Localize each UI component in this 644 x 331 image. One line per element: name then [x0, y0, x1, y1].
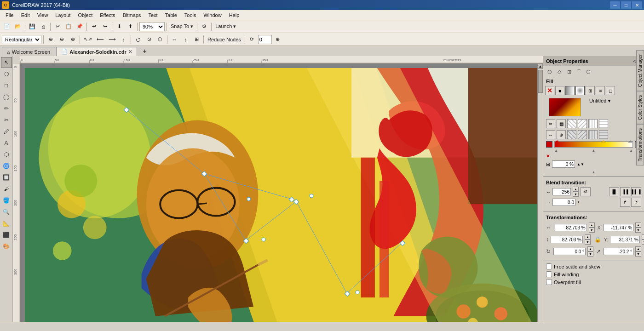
scroll-thumb[interactable] [538, 70, 543, 93]
scale-y-spinner[interactable]: ▲ ▼ [585, 234, 591, 245]
blend-steps-input[interactable] [552, 188, 571, 195]
tool-smart-fill[interactable]: 🔲 [1, 172, 12, 183]
tool-cut[interactable]: ✂ [1, 114, 12, 126]
t2-btn11[interactable]: ↔ [169, 34, 179, 45]
blend-refresh-btn[interactable]: ↺ [581, 187, 591, 196]
grad-icon7[interactable] [578, 130, 587, 139]
import-btn[interactable]: ⬇ [114, 22, 124, 32]
canvas-area[interactable]: 0 50 100 150 200 250 300 350 [13, 56, 543, 331]
scale-x-down[interactable]: ▼ [589, 228, 595, 233]
blend-angle-icon1[interactable]: ↱ [620, 198, 630, 207]
angle-plus[interactable]: + [577, 200, 580, 205]
tool-polygon[interactable]: ⬡ [1, 149, 12, 160]
minimize-button[interactable]: ─ [610, 1, 620, 9]
blend-steps-up[interactable]: ▲ [573, 187, 579, 192]
x-pos-spinner[interactable]: ▲ ▼ [635, 223, 641, 233]
canvas-vscrollbar[interactable]: ▲ ▼ [537, 63, 543, 331]
fill-none-btn[interactable]: ✕ [545, 86, 554, 95]
tool-measure[interactable]: 📐 [1, 218, 12, 229]
angle2-up[interactable]: ▲ [635, 246, 641, 251]
panel-icon-settings2[interactable]: ⬡ [584, 67, 593, 76]
angle1-up[interactable]: ▲ [587, 246, 593, 251]
grad-icon-pattern2[interactable] [578, 119, 587, 128]
fill-texture-btn[interactable]: ≋ [596, 86, 605, 95]
angle1-spinner[interactable]: ▲ ▼ [587, 246, 593, 257]
color-strip-main[interactable] [554, 141, 633, 148]
t2-btn8[interactable]: ⭯ [133, 34, 143, 45]
menu-bitmaps[interactable]: Bitmaps [119, 11, 145, 19]
launch-btn[interactable]: Launch ▾ [213, 22, 238, 32]
fill-pattern-btn[interactable]: ⊞ [586, 86, 595, 95]
open-btn[interactable]: 📂 [13, 22, 23, 32]
color-stop-left[interactable] [546, 141, 552, 148]
tool-color[interactable]: 🎨 [1, 241, 12, 252]
menu-view[interactable]: View [34, 11, 52, 19]
pct-box[interactable]: 0 % [552, 160, 575, 168]
side-tab-object-manager[interactable]: Object Manager [636, 56, 644, 91]
tool-zoom[interactable]: 🔍 [1, 206, 12, 217]
y-pos-spinner[interactable]: ▲ ▼ [642, 234, 644, 245]
panel-icon-lens[interactable]: ⌒ [574, 67, 583, 76]
copy-btn[interactable]: 📋 [63, 22, 74, 32]
tool-rect[interactable]: □ [1, 80, 12, 91]
maximize-button[interactable]: □ [621, 1, 631, 9]
y-up[interactable]: ▲ [642, 234, 644, 240]
save-btn[interactable]: 💾 [27, 22, 37, 32]
scale-x-spinner[interactable]: ▲ ▼ [589, 223, 595, 233]
angle2-down[interactable]: ▼ [635, 251, 641, 257]
tool-ellipse[interactable]: ◯ [1, 91, 12, 103]
blend-steps-spinner[interactable]: ▲ ▼ [573, 187, 579, 197]
scale-x-up[interactable]: ▲ [589, 223, 595, 228]
scale-y-input[interactable] [551, 236, 583, 243]
tool-paint[interactable]: 🖌 [1, 183, 12, 194]
add-tab-button[interactable]: + [140, 46, 150, 56]
redo-btn[interactable]: ↪ [100, 22, 110, 32]
scale-x-input[interactable] [555, 224, 587, 231]
blend-steps-down[interactable]: ▼ [573, 192, 579, 197]
tool-node[interactable]: ⬡ [1, 68, 12, 80]
grad-icon-pattern3[interactable] [588, 119, 598, 128]
angle2-input[interactable] [604, 248, 633, 255]
fill-postscript-btn[interactable]: ◻ [606, 86, 615, 95]
fill-radial-btn[interactable] [575, 86, 585, 95]
panel-icon-stroke[interactable]: ◇ [555, 67, 564, 76]
tab-welcome[interactable]: ⌂ Welcome Screen [2, 47, 55, 56]
t2-btn12[interactable]: ↕ [180, 34, 190, 45]
tool-bucket[interactable]: 🪣 [1, 195, 12, 206]
settings-btn[interactable]: ⚙ [199, 22, 209, 32]
t2-btn6[interactable]: ⟶ [107, 34, 118, 45]
node-input[interactable] [258, 35, 272, 44]
close-button[interactable]: ✕ [632, 1, 642, 9]
menu-object[interactable]: Object [74, 11, 96, 19]
menu-file[interactable]: File [2, 11, 17, 19]
scale-y-up[interactable]: ▲ [585, 234, 591, 240]
menu-help[interactable]: Help [225, 11, 243, 19]
tool-spiral[interactable]: 🌀 [1, 160, 12, 171]
blend-type3[interactable]: ▌▌▐ [631, 187, 641, 196]
cut-btn[interactable]: ✂ [52, 22, 63, 32]
angle2-spinner[interactable]: ▲ ▼ [635, 246, 641, 257]
tab-close-icon[interactable]: ✕ [128, 49, 132, 54]
t2-btn14[interactable]: ⟳ [247, 34, 257, 45]
stop-x1[interactable]: ✕ [546, 154, 550, 159]
reduce-nodes-btn[interactable]: Reduce Nodes [206, 34, 243, 45]
menu-effects[interactable]: Effects [96, 11, 119, 19]
grad-icon-pattern4[interactable] [599, 119, 608, 128]
fill-solid-btn[interactable]: ■ [555, 86, 564, 95]
t2-btn13[interactable]: ⊞ [191, 34, 201, 45]
undo-btn[interactable]: ↩ [89, 22, 99, 32]
fill-winding-checkbox[interactable] [546, 271, 552, 277]
t2-btn7[interactable]: ↕ [119, 34, 129, 45]
print-btn[interactable]: 🖨 [38, 22, 48, 32]
grad-icon5[interactable]: ⊕ [557, 130, 566, 139]
menu-layout[interactable]: Layout [52, 11, 74, 19]
tab-cdr[interactable]: 📄 Alexander-Solodkin.cdr ✕ [56, 47, 137, 56]
tool-pen[interactable]: 🖊 [1, 126, 12, 137]
overprint-checkbox[interactable] [546, 279, 552, 285]
blend-angle-icon2[interactable]: ↺ [631, 198, 641, 207]
free-scale-checkbox[interactable] [546, 263, 552, 269]
x-down[interactable]: ▼ [635, 228, 641, 233]
t2-btn3[interactable]: ⊗ [68, 34, 78, 45]
tool-shadow[interactable]: ⬛ [1, 229, 12, 240]
angle1-input[interactable] [553, 248, 586, 255]
